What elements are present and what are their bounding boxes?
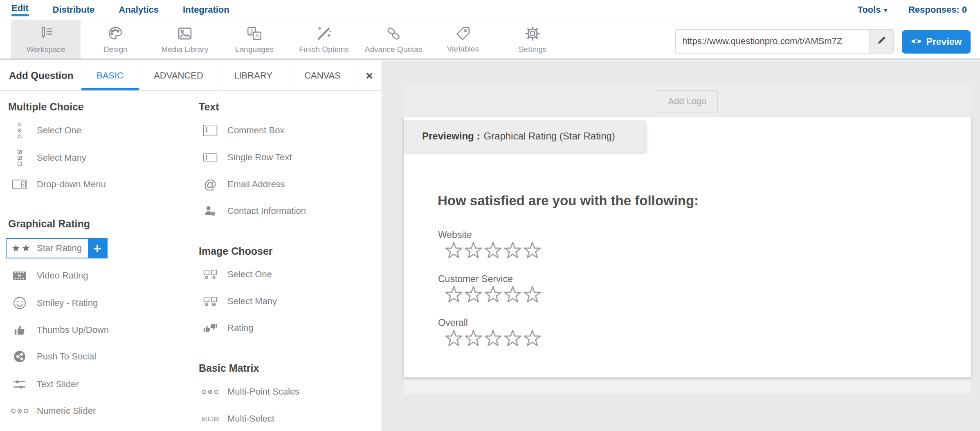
star-icon[interactable] — [464, 285, 483, 303]
palette-icon — [107, 25, 124, 42]
tab-library[interactable]: LIBRARY — [218, 61, 288, 90]
star-icon[interactable] — [523, 285, 542, 303]
qtype-video-rating[interactable]: Video Rating — [8, 267, 88, 285]
image-radio-icon — [199, 269, 222, 280]
section-title-multiple-choice: Multiple Choice — [8, 101, 84, 113]
survey-preview-body: Previewing : Graphical Rating (Star Rati… — [404, 117, 971, 377]
previewing-banner: Previewing : Graphical Rating (Star Rati… — [404, 120, 645, 152]
star-icon[interactable] — [445, 329, 463, 347]
thumb-up-icon — [8, 324, 31, 336]
star-icon[interactable] — [464, 329, 483, 347]
check-squares-icon — [199, 416, 222, 422]
share-icon — [8, 350, 31, 363]
qtype-multi-select[interactable]: Multi-Select — [199, 410, 274, 428]
star-rating-row-website — [445, 241, 542, 259]
nav-item-integration[interactable]: Integration — [183, 5, 229, 14]
star-icon[interactable] — [445, 241, 463, 259]
toolbar-item-finish-options[interactable]: Finish Options — [289, 20, 359, 58]
translate-icon: 文A — [246, 25, 263, 42]
responses-count[interactable]: Responses: 0 — [908, 4, 967, 15]
star-icon[interactable] — [484, 285, 502, 303]
toolbar-item-media-library[interactable]: Media Library — [150, 20, 220, 58]
workspace-icon — [37, 25, 54, 42]
star-icon[interactable] — [484, 241, 502, 259]
radio-stack-icon — [8, 122, 31, 139]
tools-label: Tools — [857, 4, 881, 15]
star-icon[interactable] — [503, 241, 522, 259]
survey-url-box — [675, 29, 894, 54]
previewing-label: Previewing : — [422, 130, 480, 142]
star-icon[interactable] — [523, 329, 542, 347]
qtype-dropdown-menu[interactable]: Drop-down Menu — [8, 175, 106, 193]
qtype-select-many[interactable]: Select Many — [8, 149, 86, 167]
sliders-icon — [8, 379, 31, 390]
row-label-website: Website — [438, 229, 472, 240]
row-label-overall: Overall — [438, 317, 468, 328]
toolbar-item-advance-quotas[interactable]: Advance Quotas — [359, 20, 428, 58]
preview-button[interactable]: Preview — [902, 30, 971, 54]
edit-url-button[interactable] — [869, 30, 893, 53]
qtype-multi-point-scales[interactable]: Multi-Point Scales — [199, 383, 299, 401]
tools-menu[interactable]: Tools ▾ — [857, 4, 887, 15]
star-icon[interactable] — [484, 329, 502, 347]
star-rating-row-overall — [445, 329, 542, 347]
qtype-image-select-many[interactable]: Select Many — [199, 292, 277, 310]
top-nav: Edit Distribute Analytics Integration To… — [0, 0, 980, 20]
qtype-numeric-slider[interactable]: Numeric Slider — [8, 402, 96, 420]
checkbox-stack-icon — [8, 150, 31, 166]
qtype-text-slider[interactable]: Text Slider — [8, 375, 79, 393]
star-icon[interactable] — [523, 241, 542, 259]
qtype-contact-information[interactable]: i Contact Information — [199, 202, 306, 220]
survey-url-input[interactable] — [676, 36, 869, 47]
previewing-value: Graphical Rating (Star Rating) — [483, 130, 615, 142]
gear-icon — [524, 25, 541, 42]
star-icon[interactable] — [503, 285, 522, 303]
qtype-comment-box[interactable]: Comment Box — [199, 121, 284, 139]
star-icon[interactable] — [503, 329, 522, 347]
row-label-customer-service: Customer Service — [438, 274, 513, 285]
pencil-icon — [877, 36, 886, 47]
eye-icon — [911, 36, 922, 47]
toolbar-item-variables[interactable]: Variables — [428, 20, 498, 58]
tag-icon — [455, 25, 471, 42]
survey-header-band: Add Logo — [404, 85, 971, 117]
qtype-image-rating[interactable]: Rating — [199, 319, 254, 337]
qtype-push-to-social[interactable]: Push To Social — [8, 348, 96, 366]
toolbar-item-design[interactable]: Design — [81, 20, 150, 58]
toolbar-item-languages[interactable]: 文A Languages — [220, 20, 289, 58]
toolbar-item-workspace[interactable]: Workspace — [11, 20, 81, 58]
chain-link-icon — [385, 25, 402, 42]
nav-item-analytics[interactable]: Analytics — [119, 5, 159, 14]
section-title-text: Text — [199, 101, 219, 113]
qtype-email-address[interactable]: @ Email Address — [199, 175, 285, 193]
star-icon[interactable] — [445, 285, 463, 303]
close-panel-button[interactable]: × — [357, 61, 382, 90]
qtype-single-row-text[interactable]: Single Row Text — [199, 148, 292, 166]
tab-canvas[interactable]: CANVAS — [288, 61, 357, 90]
qtype-smiley-rating[interactable]: Smiley - Rating — [8, 294, 98, 312]
tab-basic[interactable]: BASIC — [81, 61, 139, 90]
qtype-star-rating[interactable]: ★★ Star Rating + — [6, 238, 108, 258]
add-question-title: Add Question — [0, 61, 81, 90]
add-logo-button[interactable]: Add Logo — [657, 90, 717, 112]
star-icon[interactable] — [464, 241, 483, 259]
question-title: How satisfied are you with the following… — [438, 193, 699, 209]
panel-column-2: Text Comment Box Single Row Text @ Email… — [199, 91, 381, 431]
qtype-select-one[interactable]: Select One — [8, 121, 81, 139]
chevron-down-icon: ▾ — [884, 7, 887, 13]
dot-circles-icon — [199, 388, 222, 396]
panel-column-1: Multiple Choice Select One Select Many D… — [8, 91, 191, 431]
contact-icon: i — [199, 205, 222, 217]
questionpro-survey-editor: Edit Distribute Analytics Integration To… — [0, 0, 980, 431]
qtype-image-select-one[interactable]: Select One — [199, 265, 272, 283]
at-icon: @ — [199, 178, 222, 191]
nav-item-distribute[interactable]: Distribute — [53, 5, 95, 14]
tab-advanced[interactable]: ADVANCED — [139, 61, 218, 90]
svg-text:A: A — [255, 33, 259, 39]
nav-item-edit[interactable]: Edit — [11, 4, 29, 16]
qtype-thumbs-updown[interactable]: Thumbs Up/Down — [8, 321, 109, 339]
section-title-graphical-rating: Graphical Rating — [8, 218, 90, 230]
toolbar-item-settings[interactable]: Settings — [498, 20, 567, 58]
add-star-rating-button[interactable]: + — [88, 239, 107, 258]
add-question-tabbar: Add Question BASIC ADVANCED LIBRARY CANV… — [0, 61, 382, 91]
